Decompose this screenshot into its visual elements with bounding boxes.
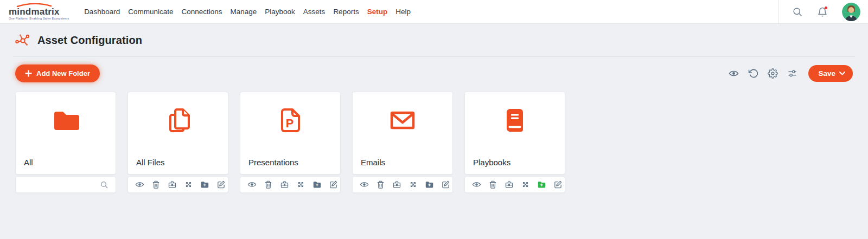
mindmatrix-logo[interactable]: mindmatrix One Platform: Enabling Sales … — [9, 3, 69, 21]
folder-card-all-files-body[interactable]: All Files — [127, 92, 228, 175]
preview-eye-icon[interactable] — [729, 68, 739, 79]
view-eye-icon[interactable] — [360, 180, 369, 189]
folder-card-all: All — [15, 92, 116, 193]
archive-briefcase-icon[interactable] — [505, 180, 514, 189]
main-nav: Dashboard Communicate Connections Manage… — [84, 5, 411, 18]
save-label: Save — [818, 69, 835, 77]
archive-briefcase-icon[interactable] — [280, 180, 289, 189]
folder-card-presentations: P Presentations — [240, 92, 341, 193]
folder-card-all-body[interactable]: All — [15, 92, 116, 175]
move-arrows-icon[interactable] — [184, 180, 193, 189]
brand-tagline: One Platform: Enabling Sales Ecosystems — [9, 17, 69, 21]
header-divider — [13, 56, 855, 57]
adjust-sliders-icon[interactable] — [787, 68, 797, 79]
add-new-folder-button[interactable]: Add New Folder — [15, 64, 100, 82]
folder-icon — [50, 105, 81, 135]
move-arrows-icon[interactable] — [296, 180, 305, 189]
add-folder-icon[interactable] — [425, 180, 434, 189]
move-arrows-icon[interactable] — [409, 180, 418, 189]
nav-item-assets[interactable]: Assets — [303, 5, 326, 18]
chevron-down-icon — [839, 72, 845, 75]
email-envelope-icon — [387, 105, 418, 135]
folder-card-emails: Emails — [352, 92, 453, 193]
view-eye-icon[interactable] — [472, 180, 481, 189]
folder-card-grid: All All Files — [15, 92, 853, 193]
copy-files-icon — [163, 105, 193, 135]
folder-search-bar — [15, 176, 116, 193]
card-actions-bar — [464, 176, 565, 193]
nav-item-connections[interactable]: Connections — [181, 5, 222, 18]
edit-icon[interactable] — [441, 180, 450, 189]
card-actions-bar — [240, 176, 341, 193]
add-new-folder-label: Add New Folder — [36, 69, 90, 77]
view-eye-icon[interactable] — [135, 180, 144, 189]
edit-icon[interactable] — [216, 180, 226, 189]
folder-card-presentations-body[interactable]: P Presentations — [240, 92, 341, 175]
toolbar: Add New Folder Save — [15, 64, 853, 82]
folder-card-all-files: All Files — [127, 92, 228, 193]
folder-card-label: All Files — [136, 158, 165, 167]
delete-trash-icon[interactable] — [376, 180, 385, 189]
nav-item-help[interactable]: Help — [395, 5, 411, 18]
nav-item-dashboard[interactable]: Dashboard — [84, 5, 120, 18]
plus-icon — [25, 70, 32, 77]
molecule-icon — [15, 33, 30, 48]
nav-item-setup[interactable]: Setup — [367, 5, 388, 18]
presentation-document-icon: P — [275, 105, 305, 135]
nav-item-reports[interactable]: Reports — [333, 5, 359, 18]
add-folder-icon-active[interactable] — [537, 180, 546, 189]
card-actions-bar — [352, 176, 453, 193]
edit-icon[interactable] — [329, 180, 338, 189]
folder-card-label: Presentations — [248, 158, 298, 167]
archive-briefcase-icon[interactable] — [168, 180, 177, 189]
notifications-bell-icon[interactable] — [817, 7, 828, 17]
view-eye-icon[interactable] — [247, 180, 257, 189]
page-header: Asset Configuration — [0, 24, 868, 56]
delete-trash-icon[interactable] — [151, 180, 161, 189]
user-avatar[interactable] — [842, 3, 860, 21]
delete-trash-icon[interactable] — [264, 180, 273, 189]
edit-icon[interactable] — [553, 180, 563, 189]
add-folder-icon[interactable] — [312, 180, 322, 189]
undo-icon[interactable] — [748, 68, 758, 79]
top-navigation-bar: mindmatrix One Platform: Enabling Sales … — [0, 0, 868, 24]
playbook-book-icon — [500, 105, 530, 135]
folder-card-playbooks-body[interactable]: Playbooks — [464, 92, 565, 175]
folder-card-emails-body[interactable]: Emails — [352, 92, 453, 175]
svg-text:P: P — [286, 117, 294, 130]
page-title: Asset Configuration — [37, 34, 142, 47]
card-search-icon[interactable] — [100, 180, 108, 189]
folder-search-input[interactable] — [23, 180, 100, 189]
nav-item-manage[interactable]: Manage — [231, 5, 257, 18]
folder-card-label: Emails — [361, 158, 385, 167]
search-icon[interactable] — [792, 7, 803, 17]
settings-gear-icon[interactable] — [768, 68, 778, 79]
folder-card-label: Playbooks — [473, 158, 510, 167]
nav-item-communicate[interactable]: Communicate — [128, 5, 173, 18]
brand-name: mindmatrix — [9, 7, 69, 16]
folder-card-playbooks: Playbooks — [464, 92, 565, 193]
folder-card-label: All — [24, 158, 33, 167]
toolbar-right: Save — [729, 65, 853, 82]
delete-trash-icon[interactable] — [488, 180, 497, 189]
card-actions-bar — [127, 176, 228, 193]
save-button[interactable]: Save — [808, 65, 853, 82]
add-folder-icon[interactable] — [200, 180, 209, 189]
topbar-right-section — [778, 0, 860, 24]
notification-dot — [825, 7, 827, 9]
move-arrows-icon[interactable] — [521, 180, 530, 189]
archive-briefcase-icon[interactable] — [392, 180, 401, 189]
nav-item-playbook[interactable]: Playbook — [265, 5, 295, 18]
